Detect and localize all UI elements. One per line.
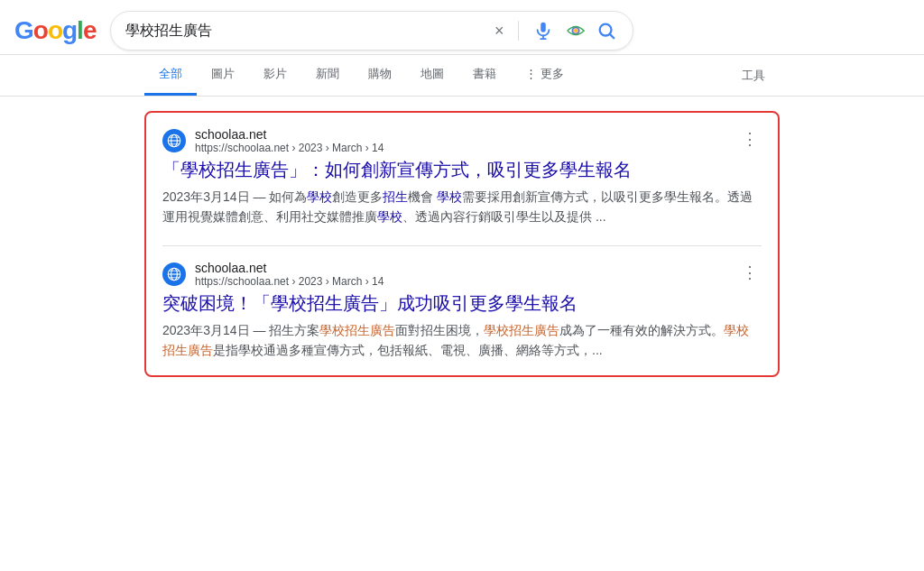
result-item-2: schoolaa.net https://schoolaa.net › 2023… [162,261,762,361]
logo-letter-g: G [14,16,33,44]
site-info-2: schoolaa.net https://schoolaa.net › 2023… [195,261,729,288]
site-favicon-1 [162,129,186,152]
search-bar: 學校招生廣告 × [110,11,633,51]
result-menu-btn-2[interactable]: ⋮ [738,261,762,284]
tab-more[interactable]: ⋮ 更多 [511,55,578,96]
result-site-1: schoolaa.net https://schoolaa.net › 2023… [162,127,762,154]
tab-shopping[interactable]: 購物 [354,55,406,96]
logo-letter-o2: o [48,16,62,44]
search-bar-icons: × [493,19,588,42]
result-site-2: schoolaa.net https://schoolaa.net › 2023… [162,261,762,288]
mic-icon [533,21,553,41]
tab-images[interactable]: 圖片 [197,55,249,96]
result-title-1[interactable]: 「學校招生廣告」：如何創新宣傳方式，吸引更多學生報名 [162,158,762,181]
logo-letter-g2: g [62,16,77,44]
svg-line-8 [611,34,614,38]
lens-icon [566,21,586,41]
site-name-1: schoolaa.net [195,127,729,142]
tab-videos[interactable]: 影片 [249,55,301,96]
result-divider [162,245,762,246]
logo-letter-l: l [77,16,83,44]
logo-letter-e: e [83,16,97,44]
lens-button[interactable] [564,19,587,42]
header: Google 學校招生廣告 × [0,0,924,55]
svg-point-6 [575,29,578,32]
clear-button[interactable]: × [493,20,506,42]
tab-all[interactable]: 全部 [144,55,197,96]
divider [518,21,519,41]
highlight-4: 學校 [377,209,402,224]
logo-letter-o1: o [33,16,48,44]
svg-rect-0 [541,23,547,32]
snippet-date-1: 2023年3月14日 [162,189,250,204]
result-snippet-1: 2023年3月14日 — 如何為學校創造更多招生機會 學校需要採用創新宣傳方式，… [162,187,762,227]
snippet-date-2: 2023年3月14日 [162,323,250,337]
mic-button[interactable] [531,19,555,42]
globe-icon-1 [166,133,182,149]
site-info-1: schoolaa.net https://schoolaa.net › 2023… [195,127,729,154]
results-area: schoolaa.net https://schoolaa.net › 2023… [0,97,924,406]
tab-maps[interactable]: 地圖 [406,55,458,96]
globe-icon-2 [166,266,182,282]
highlight-2: 招生 [383,189,408,204]
tools-button[interactable]: 工具 [727,57,780,95]
highlight-o3: 學校招生廣告 [162,323,749,357]
nav-tabs: 全部 圖片 影片 新聞 購物 地圖 書籍 ⋮ 更多 工具 [0,55,924,97]
result-card: schoolaa.net https://schoolaa.net › 2023… [144,111,780,377]
site-name-2: schoolaa.net [195,261,729,275]
tab-news[interactable]: 新聞 [301,55,354,96]
search-input[interactable]: 學校招生廣告 [125,23,485,39]
highlight-1: 學校 [307,189,332,204]
highlight-o2: 學校招生廣告 [484,323,559,337]
site-favicon-2 [162,262,186,286]
highlight-o1: 學校招生廣告 [319,323,395,337]
result-snippet-2: 2023年3月14日 — 招生方案學校招生廣告面對招生困境，學校招生廣告成為了一… [162,320,762,361]
highlight-3: 學校 [437,189,462,204]
tab-books[interactable]: 書籍 [458,55,511,96]
google-logo: Google [14,16,96,45]
result-title-2[interactable]: 突破困境！「學校招生廣告」成功吸引更多學生報名 [162,291,762,315]
result-menu-btn-1[interactable]: ⋮ [738,127,762,151]
site-url-1: https://schoolaa.net › 2023 › March › 14 [195,142,729,154]
result-item-1: schoolaa.net https://schoolaa.net › 2023… [162,127,762,227]
search-button[interactable] [595,19,618,42]
search-icon [596,21,616,41]
site-url-2: https://schoolaa.net › 2023 › March › 14 [195,275,729,288]
